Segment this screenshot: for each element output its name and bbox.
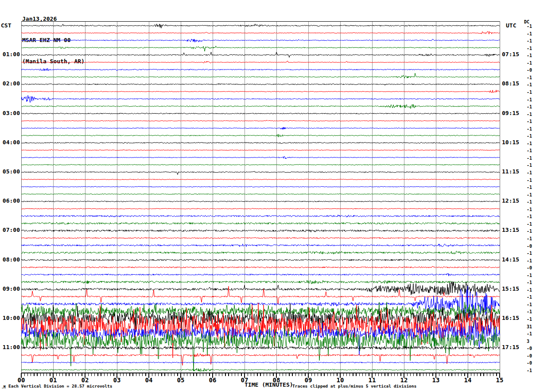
trace-0200-cst [21,83,500,85]
seismic-traces [21,24,500,372]
trace-0830-cst [21,273,500,276]
cst-hour-label: 04:00 [0,139,20,146]
dc-offset-value: -1 [527,281,536,285]
cst-hour-label: 02:00 [0,81,20,87]
dc-offset-value: -1 [527,215,536,219]
x-tick-label: 01 [44,377,62,384]
x-tick-label: 09 [299,377,317,384]
x-tick-label: 02 [76,377,94,384]
dc-offset-value: 3 [527,339,536,344]
dc-offset-value: -1 [527,193,536,197]
cst-hour-label: 08:00 [0,257,20,263]
trace-0745-cst [21,251,500,254]
dc-offset-value: -1 [527,310,536,314]
x-tick-label: 05 [172,377,190,384]
cst-hour-label: 01:00 [0,51,20,58]
trace-0715-cst [21,238,500,239]
dc-offset-value: -1 [527,163,536,168]
dc-offset-value: -1 [527,54,536,58]
trace-0730-cst [21,244,500,246]
dc-offset-value: -1 [527,317,536,322]
utc-hour-label: 09:15 [502,110,528,116]
dc-offset-value: -0 [527,346,536,351]
watermark-mark: .M [1,385,6,389]
trace-0030-cst [21,39,500,42]
utc-hour-label: 15:15 [502,286,528,292]
dc-offset-value: -0 [527,68,536,73]
dc-offset-value: -1 [527,237,536,241]
dc-offset-value: -1 [527,288,536,292]
trace-0400-cst [21,142,500,144]
trace-0300-cst [21,113,500,114]
dc-offset-value: -0 [527,354,536,358]
trace-0630-cst [21,215,500,217]
cst-hour-label: 07:00 [0,227,20,233]
dc-offset-value: -1 [527,208,536,212]
dc-offset-value: -1 [527,112,536,117]
trace-0800-cst [21,259,500,261]
utc-hour-label: 11:15 [502,169,528,175]
trace-0815-cst [21,266,500,268]
trace-0845-cst [21,280,500,284]
trace-0100-cst [21,52,500,58]
trace-0545-cst [21,194,500,195]
dc-offset-value: -1 [527,98,536,102]
dc-offset-value: -0 [527,361,536,365]
trace-0445-cst [21,165,500,165]
dc-offset-value: -1 [527,134,536,138]
dc-offset-value: 31 [527,325,536,329]
dc-offset-value: -1 [527,32,536,36]
cst-hour-label: 03:00 [0,110,20,116]
utc-hour-label: 12:15 [502,198,528,204]
trace-0645-cst [21,222,500,224]
dc-offset-value: -1 [527,259,536,263]
x-tick-label: 14 [459,377,477,384]
dc-offset-value: -1 [527,273,536,278]
dc-offset-value: -1 [527,46,536,51]
clip-note: Traces clipped at plus/minus 5 vertical … [292,384,416,388]
dc-offset-value: -1 [527,369,536,373]
dc-offset-value: -1 [527,222,536,227]
x-tick-label: 12 [395,377,413,384]
dc-offset-value: -1 [527,90,536,95]
trace-0415-cst [21,150,500,151]
dc-offset-value: -1 [527,156,536,161]
trace-0515-cst [21,179,500,180]
utc-hour-label: 08:15 [502,81,528,87]
dc-offset-value: -1 [527,178,536,183]
dc-offset-value: -1 [527,105,536,109]
trace-0000-cst [21,24,500,28]
utc-hour-label: 10:15 [502,139,528,146]
x-tick-label: 06 [204,377,221,384]
dc-offset-value: -1 [527,83,536,87]
dc-offset-value: -1 [527,149,536,153]
utc-hour-label: 16:15 [502,315,528,321]
scale-note: Each Vertical Division = 28.57 microvolt… [8,384,113,388]
trace-0600-cst [21,201,500,202]
trace-0330-cst [21,127,500,129]
dc-offset-value: -1 [527,119,536,124]
trace-1145-cst [21,368,500,371]
x-tick-label: 03 [108,377,126,384]
dc-offset-value: -0 [527,244,536,249]
cst-hour-label: 09:00 [0,286,20,292]
dc-offset-value: -1 [527,185,536,190]
dc-offset-value: -1 [527,251,536,256]
utc-hour-label: 17:15 [502,344,528,350]
trace-0245-cst [21,104,500,109]
dc-offset-value: -1 [527,142,536,146]
utc-hour-label: 13:15 [502,227,528,233]
dc-offset-value: -1 [527,127,536,131]
trace-0145-cst [21,73,500,78]
trace-1130-cst [21,362,500,363]
grid-lines [21,21,500,378]
x-axis-title: TIME (MINUTES) [245,381,293,388]
x-tick-label: 00 [12,377,30,384]
dc-offset-value: -1 [527,200,536,204]
helicorder-screen: Jan13,2026 MSAR EHZ NM 00 (Manila South,… [0,0,536,392]
dc-offset-value: -1 [527,24,536,29]
x-tick-label: 10 [331,377,349,384]
trace-0045-cst [21,46,500,51]
trace-0500-cst [21,171,500,174]
dc-offset-value: -1 [527,295,536,300]
